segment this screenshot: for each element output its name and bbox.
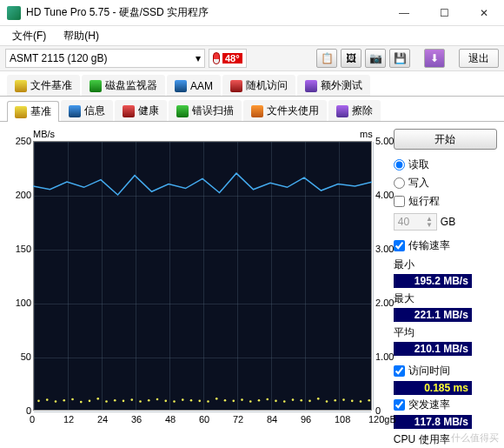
axis-tick: 5.00 <box>375 136 394 146</box>
minimize-button[interactable]: — <box>384 0 424 26</box>
tabs-row-2: 基准信息健康错误扫描文件夹使用擦除 <box>0 97 504 122</box>
tab-基准[interactable]: 基准 <box>7 101 59 122</box>
tab-label: 基准 <box>30 104 51 119</box>
tab-label: 额外测试 <box>321 78 362 93</box>
short-stroke-spinner[interactable]: 40▲▼ <box>394 213 437 231</box>
burst-value: 117.8 MB/s <box>394 415 472 429</box>
copy-screenshot-button[interactable]: 🖼 <box>341 49 361 68</box>
access-value: 0.185 ms <box>394 381 472 395</box>
titlebar: HD Tune Pro 5.75 - 硬盘/SSD 实用程序 — ☐ ✕ <box>0 0 504 26</box>
read-label: 读取 <box>408 157 429 172</box>
max-label: 最大 <box>394 291 497 306</box>
drive-select-value: ASMT 2115 (120 gB) <box>10 52 108 64</box>
window-controls: — ☐ ✕ <box>384 0 504 26</box>
main-panel: 2502001501005005.004.003.002.001.0000122… <box>0 122 504 448</box>
spinner-arrows: ▲▼ <box>426 216 433 228</box>
tab-icon <box>336 105 348 117</box>
exit-button[interactable]: 退出 <box>459 49 499 68</box>
short-stroke-checkbox[interactable] <box>394 196 405 207</box>
start-button[interactable]: 开始 <box>394 129 497 150</box>
burst-label: 突发速率 <box>408 398 450 412</box>
tab-icon <box>123 105 135 117</box>
options-button[interactable]: ⬇ <box>424 49 445 68</box>
maximize-button[interactable]: ☐ <box>424 0 464 26</box>
temperature-box: 48° <box>209 49 247 68</box>
tab-icon <box>15 80 27 92</box>
tab-文件夹使用[interactable]: 文件夹使用 <box>243 100 327 121</box>
write-radio[interactable] <box>394 177 405 189</box>
min-label: 最小 <box>394 257 497 272</box>
axis-tick: 60 <box>199 414 209 425</box>
axis-tick: 72 <box>233 414 243 425</box>
benchmark-chart: 2502001501005005.004.003.002.001.0000122… <box>7 129 387 433</box>
tab-文件基准[interactable]: 文件基准 <box>7 75 80 96</box>
burst-checkbox[interactable] <box>394 399 405 411</box>
axis-tick: 0 <box>30 414 35 425</box>
tab-icon <box>230 80 242 92</box>
short-stroke-unit: GB <box>441 216 455 228</box>
tab-label: AAM <box>190 80 213 92</box>
toolbar: ASMT 2115 (120 gB) ▾ 48° 📋 🖼 📷 💾 ⬇ 退出 <box>0 45 504 71</box>
access-checkbox[interactable] <box>394 365 405 377</box>
write-label: 写入 <box>408 176 429 191</box>
tab-AAM[interactable]: AAM <box>167 75 221 96</box>
tab-icon <box>176 105 189 117</box>
tab-磁盘监视器[interactable]: 磁盘监视器 <box>82 75 165 96</box>
tab-健康[interactable]: 健康 <box>115 100 167 121</box>
tab-label: 磁盘监视器 <box>105 78 157 93</box>
tabs-row-1: 文件基准磁盘监视器AAM随机访问额外测试 <box>0 71 504 97</box>
tab-label: 文件基准 <box>30 78 72 93</box>
tab-label: 信息 <box>84 104 105 118</box>
copy-info-button[interactable]: 📋 <box>316 49 337 68</box>
axis-tick: 0 <box>9 405 31 416</box>
tab-擦除[interactable]: 擦除 <box>328 100 381 121</box>
drive-select[interactable]: ASMT 2115 (120 gB) ▾ <box>5 49 205 68</box>
tab-icon <box>305 80 317 92</box>
tab-信息[interactable]: 信息 <box>61 100 113 121</box>
axis-tick: 48 <box>165 414 176 425</box>
tab-label: 错误扫描 <box>192 104 234 118</box>
tab-label: 文件夹使用 <box>267 104 319 118</box>
tab-icon <box>15 106 27 118</box>
short-stroke-label: 短行程 <box>408 194 440 209</box>
thermometer-icon <box>213 52 220 64</box>
axis-tick: MB/s <box>33 129 55 139</box>
chevron-down-icon: ▾ <box>196 52 201 64</box>
tab-label: 随机访问 <box>246 78 288 93</box>
menu-file[interactable]: 文件(F) <box>5 27 53 45</box>
axis-tick: 84 <box>267 414 277 425</box>
side-panel: 开始 读取 写入 短行程 40▲▼ GB 传输速率 最小 195.2 MB/s … <box>394 129 497 447</box>
screenshot-button[interactable]: 📷 <box>365 49 386 68</box>
app-icon <box>7 6 21 20</box>
axis-tick: ms <box>360 129 373 139</box>
read-radio[interactable] <box>394 159 405 171</box>
watermark: 什么值得买 <box>451 431 499 445</box>
tab-额外测试[interactable]: 额外测试 <box>297 75 370 96</box>
axis-tick: 250 <box>9 136 31 146</box>
window-title: HD Tune Pro 5.75 - 硬盘/SSD 实用程序 <box>26 5 384 20</box>
min-value: 195.2 MB/s <box>394 274 472 288</box>
axis-tick: 100 <box>9 298 31 308</box>
axis-tick: 12 <box>63 414 74 425</box>
axis-tick: 120gB <box>368 414 396 425</box>
axis-tick: 36 <box>131 414 142 425</box>
tab-label: 擦除 <box>352 104 373 118</box>
max-value: 221.1 MB/s <box>394 308 472 322</box>
tab-icon <box>90 80 102 92</box>
axis-tick: 2.00 <box>375 298 394 308</box>
tab-随机访问[interactable]: 随机访问 <box>222 75 295 96</box>
axis-tick: 150 <box>9 244 31 254</box>
close-button[interactable]: ✕ <box>464 0 504 26</box>
transfer-checkbox[interactable] <box>394 240 405 251</box>
axis-tick: 108 <box>335 414 350 425</box>
axis-tick: 24 <box>97 414 108 425</box>
temperature-value: 48° <box>222 53 242 64</box>
access-label: 访问时间 <box>408 364 450 378</box>
save-button[interactable]: 💾 <box>389 49 410 68</box>
axis-tick: 96 <box>301 414 311 425</box>
tab-icon <box>175 80 187 92</box>
tab-错误扫描[interactable]: 错误扫描 <box>169 100 242 121</box>
avg-label: 平均 <box>394 325 497 340</box>
menu-help[interactable]: 帮助(H) <box>56 27 106 45</box>
tab-icon <box>69 105 81 117</box>
